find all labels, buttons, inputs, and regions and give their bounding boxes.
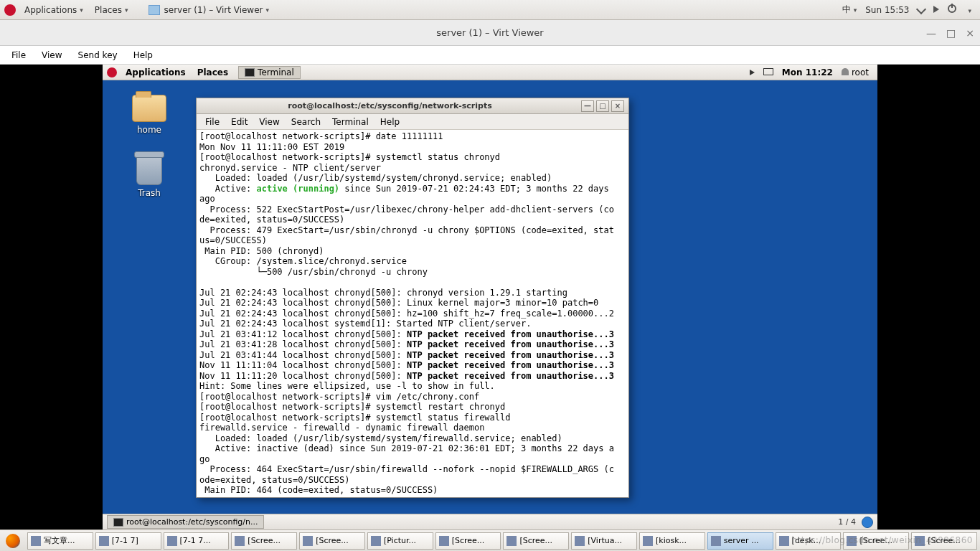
host-applications-menu[interactable]: Applications: [19, 5, 89, 15]
host-taskbar: 写文章...[7-1 7][7-1 7...[Scree...[Scree...…: [0, 529, 980, 551]
vv-view-menu[interactable]: View: [34, 49, 69, 62]
terminal-menubar: File Edit View Search Terminal Help: [197, 114, 628, 130]
app-icon: [99, 536, 109, 546]
guest-desktop[interactable]: home Trash root@localhost:/etc/sysconfig…: [103, 80, 877, 514]
host-top-panel: Applications Places server (1) – Virt Vi…: [0, 0, 980, 20]
terminal-body[interactable]: [root@localhost network-scripts]# date 1…: [197, 130, 628, 497]
taskbar-label: [7-1 7]: [112, 536, 138, 545]
terminal-maximize-button[interactable]: □: [596, 100, 609, 112]
desktop-home-icon[interactable]: home: [124, 95, 174, 135]
guest-taskbar-label: Terminal: [258, 67, 294, 77]
taskbar-button[interactable]: [Virtua...: [571, 532, 637, 550]
taskbar-label: [Scree...: [519, 536, 552, 545]
virt-viewer-titlebar: server (1) – Virt Viewer — □ ×: [0, 20, 980, 46]
guest-task-terminal[interactable]: root@localhost:/etc/sysconfig/n...: [107, 515, 264, 529]
maximize-button[interactable]: □: [946, 27, 956, 39]
distro-icon: [4, 4, 16, 16]
host-places-menu[interactable]: Places: [89, 5, 134, 15]
guest-volume-icon[interactable]: [745, 67, 759, 77]
guest-distro-icon: [107, 67, 117, 77]
taskbar-label: [7-1 7...: [180, 536, 211, 545]
guest-taskbar-terminal[interactable]: Terminal: [238, 66, 301, 79]
host-clock[interactable]: Sun 15:53: [861, 5, 913, 15]
virt-viewer-menubar: File View Send key Help: [0, 46, 980, 65]
taskbar-button[interactable]: 写文章...: [27, 532, 93, 550]
taskbar-label: [Scree...: [452, 536, 485, 545]
trash-icon: [136, 155, 162, 185]
guest-places-menu[interactable]: Places: [192, 67, 234, 77]
taskbar-label: [Scree...: [928, 536, 961, 545]
taskbar-button[interactable]: [Scree...: [231, 532, 297, 550]
desktop-trash-icon[interactable]: Trash: [124, 155, 174, 198]
ime-indicator[interactable]: 中: [838, 4, 862, 16]
app-icon: [643, 536, 653, 546]
vv-help-menu[interactable]: Help: [126, 49, 160, 62]
workspace-indicator[interactable]: 1 / 4: [838, 517, 856, 527]
guest-applications-menu[interactable]: Applications: [120, 67, 192, 77]
taskbar-label: [kiosk...: [656, 536, 687, 545]
taskbar-label: [Scree...: [248, 536, 281, 545]
app-icon: [915, 536, 925, 546]
app-icon: [371, 536, 381, 546]
terminal-minimize-button[interactable]: —: [581, 100, 594, 112]
terminal-icon: [245, 68, 255, 77]
host-window-label: server (1) – Virt Viewer: [164, 5, 263, 15]
app-icon: [507, 536, 517, 546]
taskbar-button[interactable]: [desk...: [776, 532, 842, 550]
app-icon: [439, 536, 449, 546]
terminal-edit-menu[interactable]: Edit: [225, 116, 253, 128]
taskbar-button[interactable]: [Scree...: [435, 532, 501, 550]
taskbar-button[interactable]: [Scree...: [503, 532, 569, 550]
app-icon: [167, 536, 177, 546]
taskbar-button[interactable]: [7-1 7]: [95, 532, 161, 550]
close-button[interactable]: ×: [966, 27, 974, 39]
app-icon: [779, 536, 789, 546]
power-icon[interactable]: [943, 4, 961, 15]
guest-task-label: root@localhost:/etc/sysconfig/n...: [126, 517, 258, 527]
guest-bottom-panel: root@localhost:/etc/sysconfig/n... 1 / 4: [103, 514, 877, 529]
terminal-help-menu[interactable]: Help: [374, 116, 405, 128]
terminal-terminal-menu[interactable]: Terminal: [326, 116, 374, 128]
terminal-view-menu[interactable]: View: [253, 116, 285, 128]
terminal-search-menu[interactable]: Search: [286, 116, 326, 128]
taskbar-button[interactable]: [Scree...: [299, 532, 365, 550]
terminal-titlebar[interactable]: root@localhost:/etc/sysconfig/network-sc…: [197, 98, 628, 114]
guest-user-menu[interactable]: root: [837, 67, 873, 77]
desktop-trash-label: Trash: [124, 188, 174, 198]
app-icon: [847, 536, 857, 546]
sound-icon[interactable]: [929, 5, 943, 15]
firefox-launcher[interactable]: [6, 534, 20, 548]
taskbar-button[interactable]: [Scree...: [843, 532, 909, 550]
guest-battery-icon[interactable]: [759, 67, 778, 77]
user-menu[interactable]: [961, 5, 976, 15]
taskbar-button[interactable]: server ...: [707, 532, 773, 550]
show-desktop-button[interactable]: [862, 517, 873, 528]
folder-icon: [132, 95, 166, 122]
virt-viewer-title: server (1) – Virt Viewer: [436, 27, 543, 38]
taskbar-label: [Scree...: [316, 536, 349, 545]
taskbar-label: [desk...: [792, 536, 821, 545]
taskbar-button[interactable]: [7-1 7...: [164, 532, 230, 550]
terminal-title: root@localhost:/etc/sysconfig/network-sc…: [201, 101, 579, 110]
taskbar-label: [Pictur...: [384, 536, 416, 545]
taskbar-button[interactable]: [kiosk...: [639, 532, 705, 550]
taskbar-label: 写文章...: [44, 535, 75, 546]
taskbar-label: server ...: [724, 536, 759, 545]
taskbar-button[interactable]: [Pictur...: [367, 532, 433, 550]
guest-clock[interactable]: Mon 11:22: [778, 67, 837, 77]
app-icon: [235, 536, 245, 546]
terminal-file-menu[interactable]: File: [199, 116, 225, 128]
minimize-button[interactable]: —: [926, 27, 936, 39]
terminal-icon: [113, 518, 123, 527]
vv-file-menu[interactable]: File: [4, 49, 33, 62]
vv-sendkey-menu[interactable]: Send key: [71, 49, 125, 62]
taskbar-button[interactable]: [Scree...: [911, 532, 977, 550]
taskbar-label: [Virtua...: [588, 536, 622, 545]
terminal-close-button[interactable]: ×: [611, 100, 624, 112]
terminal-window: root@localhost:/etc/sysconfig/network-sc…: [196, 98, 629, 498]
guest-display[interactable]: Applications Places Terminal Mon 11:22 r…: [0, 65, 980, 529]
guest-top-panel: Applications Places Terminal Mon 11:22 r…: [103, 65, 877, 80]
host-window-button[interactable]: server (1) – Virt Viewer: [143, 5, 275, 15]
taskbar-label: [Scree...: [859, 536, 892, 545]
wifi-icon[interactable]: [913, 5, 929, 15]
